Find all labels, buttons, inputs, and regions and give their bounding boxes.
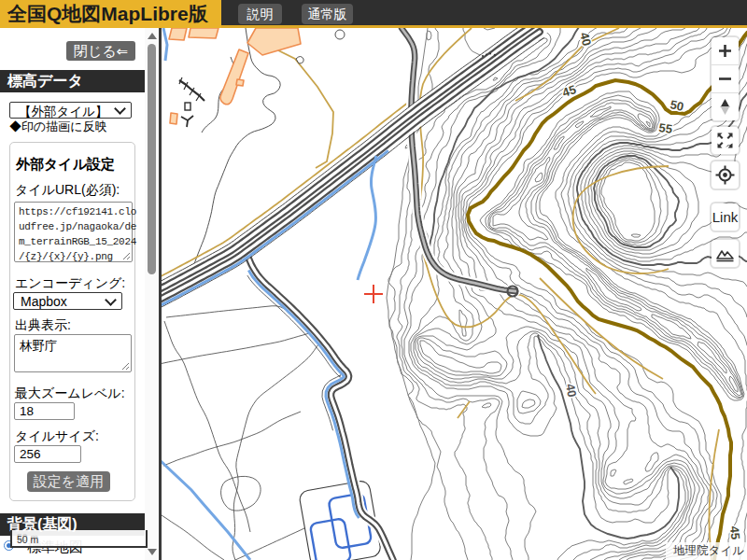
- svg-text:45: 45: [727, 525, 742, 540]
- svg-text:55: 55: [658, 120, 673, 136]
- svg-text:50: 50: [669, 97, 684, 114]
- svg-text:40: 40: [563, 383, 579, 399]
